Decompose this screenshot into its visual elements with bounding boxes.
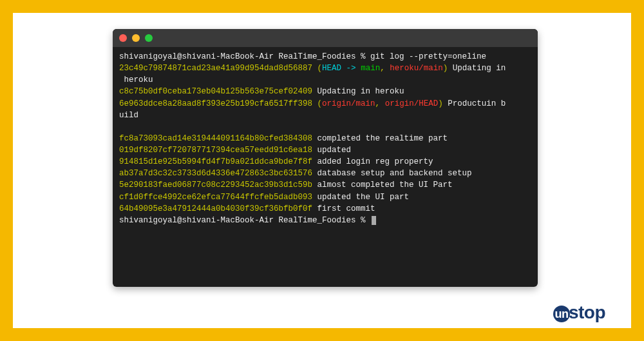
commit-hash: 914815d1e925b5994fd4f7b9a021ddca9bde7f8f <box>119 157 312 166</box>
arrow-icon: -> <box>341 64 361 73</box>
shell-prompt: shivanigoyal@shivani-MacBook-Air RealTim… <box>119 52 370 61</box>
maximize-icon[interactable] <box>145 34 153 42</box>
commit-msg: first commit <box>317 204 375 213</box>
commit-hash: 5e290183faed06877c08c2293452ac39b3d1c59b <box>119 180 312 190</box>
commit-hash: ab37a7d3c32c3733d6d4336e472863c3bc631576 <box>119 169 312 178</box>
commit-hash: 23c49c79874871cad23ae41a99d954dad8d56887 <box>119 64 312 73</box>
commit-hash: c8c75b0df0ceba173eb04b125b563e75cef02409 <box>119 87 312 96</box>
unstop-logo: unstop <box>553 302 605 323</box>
minimize-icon[interactable] <box>132 34 140 42</box>
head-ref: HEAD <box>322 64 341 73</box>
command-text: git log --pretty=oneline <box>370 52 486 61</box>
ref-close: ) <box>438 99 443 108</box>
branch-main: main <box>361 64 380 73</box>
commit-hash: 019df8207cf720787717394cea57eedd91c6ea18 <box>119 146 312 155</box>
commit-msg-wrap: heroku <box>119 75 153 84</box>
commit-msg: almost completed the UI Part <box>317 180 453 190</box>
logo-text: stop <box>569 302 605 322</box>
commit-msg: completed the realtime part <box>317 134 448 143</box>
commit-msg: updated the UI part <box>317 193 410 202</box>
commit-msg: Productuin b <box>448 99 506 108</box>
commit-msg-wrap: uild <box>119 111 138 120</box>
commit-msg: added login reg property <box>317 157 433 166</box>
commit-hash: cf1d0ffce4992ce62efca77644ffcfeb5dadb093 <box>119 193 312 202</box>
terminal-window: shivanigoyal@shivani-MacBook-Air RealTim… <box>113 29 538 287</box>
ref-close: ) <box>443 64 448 73</box>
close-icon[interactable] <box>119 34 127 42</box>
commit-msg: database setup and backend setup <box>317 169 472 178</box>
ref-open: ( <box>317 64 323 73</box>
ref-open: ( <box>317 99 323 108</box>
logo-circle-icon: un <box>553 306 570 322</box>
shell-prompt: shivanigoyal@shivani-MacBook-Air RealTim… <box>119 216 370 225</box>
commit-hash: fc8a73093cad14e319444091164b80cfed384308 <box>119 134 312 143</box>
origin-head-ref: origin/HEAD <box>385 99 439 108</box>
commit-msg: updated <box>317 146 352 155</box>
commit-hash: 6e963ddce8a28aad8f393e25b199cfa6517ff398 <box>119 99 312 108</box>
commit-msg: Updating in heroku <box>317 87 404 96</box>
cursor-icon <box>372 216 376 225</box>
terminal-body[interactable]: shivanigoyal@shivani-MacBook-Air RealTim… <box>113 47 538 287</box>
window-titlebar <box>113 29 538 47</box>
origin-main-ref: origin/main <box>322 99 375 108</box>
commit-hash: 64b49095e3a47912444a0b4030f39cf36bfb0f0f <box>119 204 312 213</box>
remote-ref: heroku/main <box>390 64 443 73</box>
commit-msg: Updating in <box>453 64 506 73</box>
